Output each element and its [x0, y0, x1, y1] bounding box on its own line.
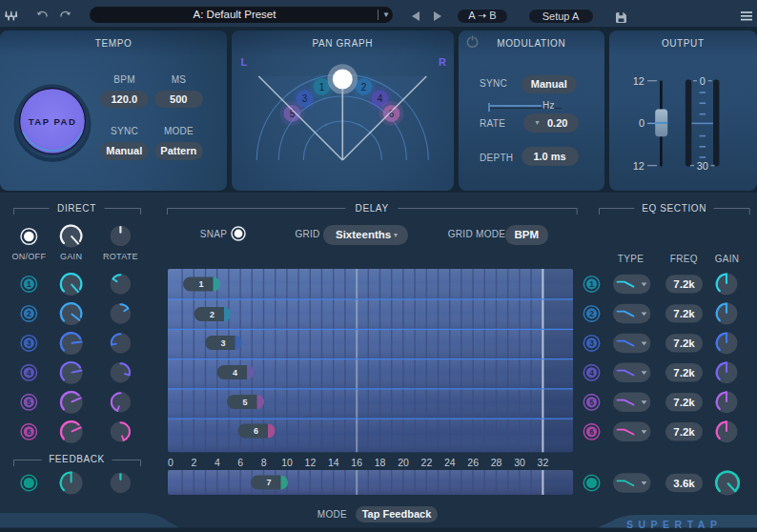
svg-text:TAP PAD: TAP PAD [28, 116, 76, 127]
svg-text:7.2k: 7.2k [673, 338, 695, 349]
svg-text:7.2k: 7.2k [673, 397, 695, 408]
svg-text:12: 12 [632, 74, 644, 86]
svg-text:7.2k: 7.2k [673, 278, 695, 290]
svg-text:0: 0 [638, 117, 644, 129]
svg-text:0: 0 [699, 74, 705, 86]
svg-text:ROTATE: ROTATE [103, 252, 138, 261]
svg-text:12: 12 [632, 159, 644, 171]
svg-text:4: 4 [377, 93, 382, 104]
svg-text:1: 1 [318, 81, 324, 92]
svg-text:6: 6 [589, 427, 594, 437]
svg-text:2: 2 [210, 310, 215, 319]
svg-text:30: 30 [696, 159, 707, 171]
svg-text:1: 1 [589, 279, 594, 289]
svg-text:6: 6 [254, 426, 258, 436]
svg-text:2: 2 [27, 309, 31, 318]
svg-text:4: 4 [589, 368, 594, 378]
svg-text:3: 3 [301, 93, 307, 104]
svg-text:GAIN: GAIN [60, 252, 82, 261]
svg-text:4: 4 [27, 368, 31, 378]
svg-text:R: R [439, 56, 446, 68]
svg-text:7.2k: 7.2k [673, 308, 695, 319]
svg-text:3: 3 [27, 338, 31, 348]
svg-text:ON/OFF: ON/OFF [11, 252, 46, 261]
svg-text:3: 3 [221, 338, 226, 348]
svg-text:L: L [240, 56, 247, 68]
svg-text:5: 5 [589, 398, 594, 407]
svg-text:1: 1 [199, 279, 204, 289]
svg-text:5: 5 [27, 398, 31, 407]
svg-text:7.2k: 7.2k [673, 426, 695, 438]
svg-text:3: 3 [589, 338, 594, 348]
svg-text:5: 5 [243, 398, 248, 407]
svg-text:2: 2 [589, 309, 594, 318]
svg-text:2: 2 [360, 81, 366, 92]
svg-text:7: 7 [266, 478, 271, 487]
svg-text:6: 6 [27, 427, 31, 437]
svg-text:7.2k: 7.2k [673, 367, 695, 379]
svg-text:3.6k: 3.6k [673, 478, 695, 489]
svg-text:4: 4 [233, 368, 237, 378]
svg-text:1: 1 [27, 279, 31, 289]
